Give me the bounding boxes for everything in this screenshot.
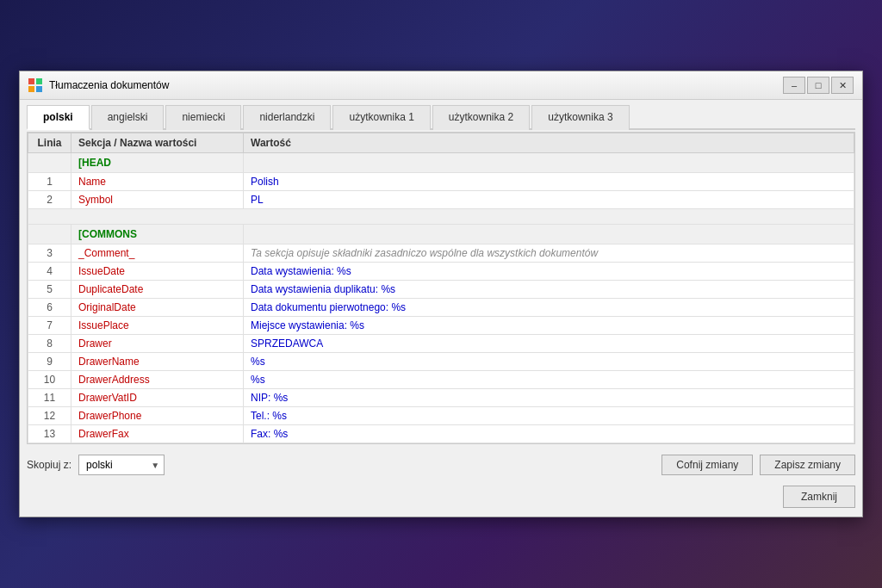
table-row: 3_Comment_Ta sekcja opisuje składniki za… — [28, 244, 854, 263]
table-row: 8DrawerSPRZEDAWCA — [28, 335, 854, 353]
title-bar: Tłumaczenia dokumentów – □ ✕ — [20, 71, 862, 100]
tab-polski[interactable]: polski — [27, 105, 90, 130]
close-button[interactable]: Zamknij — [783, 486, 855, 508]
svg-rect-2 — [28, 86, 34, 92]
title-bar-left: Tłumaczenia dokumentów — [28, 78, 169, 92]
table-scroll-area[interactable]: Linia Sekcja / Nazwa wartości Wartość [H… — [28, 133, 854, 443]
svg-rect-3 — [36, 86, 42, 92]
table-row: 2SymbolPL — [28, 191, 854, 209]
tab-uzytkownika2[interactable]: użytkownika 2 — [432, 105, 530, 130]
copy-select-wrapper: polskiangielskiniemieckiniderlandzki ▼ — [78, 455, 165, 475]
table-row: 9DrawerName%s — [28, 353, 854, 371]
table-header-row: Linia Sekcja / Nazwa wartości Wartość — [28, 133, 854, 153]
tab-niderlandzki[interactable]: niderlandzki — [243, 105, 331, 130]
window-content: polski angielski niemiecki niderlandzki … — [20, 100, 862, 479]
col-sekcja: Sekcja / Nazwa wartości — [71, 133, 244, 153]
tab-bar: polski angielski niemiecki niderlandzki … — [27, 103, 855, 130]
tab-niemiecki[interactable]: niemiecki — [165, 105, 241, 130]
svg-rect-1 — [36, 78, 42, 84]
col-wartosc: Wartość — [244, 133, 854, 153]
translations-table: Linia Sekcja / Nazwa wartości Wartość [H… — [28, 133, 854, 443]
table-row: 5DuplicateDateData wystawienia duplikatu… — [28, 281, 854, 299]
table-row: 6OriginalDateData dokumentu pierwotnego:… — [28, 299, 854, 317]
minimize-button[interactable]: – — [783, 77, 805, 94]
tab-angielski[interactable]: angielski — [91, 105, 165, 130]
main-window: Tłumaczenia dokumentów – □ ✕ polski angi… — [19, 71, 863, 517]
undo-button[interactable]: Cofnij zmiany — [662, 455, 753, 475]
data-table-container: Linia Sekcja / Nazwa wartości Wartość [H… — [27, 132, 855, 444]
table-row: 7IssuePlaceMiejsce wystawienia: %s — [28, 317, 854, 335]
copy-from-label: Skopiuj z: — [27, 459, 71, 471]
table-row: 1NamePolish — [28, 173, 854, 191]
table-row: 4IssueDateData wystawienia: %s — [28, 263, 854, 281]
copy-select[interactable]: polskiangielskiniemieckiniderlandzki — [78, 455, 165, 475]
app-icon — [28, 78, 42, 92]
table-row: 11DrawerVatIDNIP: %s — [28, 389, 854, 407]
tab-uzytkownika1[interactable]: użytkownika 1 — [332, 105, 430, 130]
maximize-button[interactable]: □ — [807, 77, 829, 94]
window-close-button[interactable]: ✕ — [831, 77, 854, 94]
table-row: [HEAD — [28, 153, 854, 173]
bottom-bar: Skopiuj z: polskiangielskiniemieckinider… — [27, 451, 855, 479]
table-row: 10DrawerAddress%s — [28, 371, 854, 389]
table-row: [COMMONS — [28, 225, 854, 244]
window-title: Tłumaczenia dokumentów — [49, 79, 169, 91]
save-button[interactable]: Zapisz zmiany — [760, 455, 855, 475]
table-row: 13DrawerFaxFax: %s — [28, 425, 854, 443]
table-row — [28, 209, 854, 225]
table-row: 12DrawerPhoneTel.: %s — [28, 407, 854, 425]
tab-uzytkownika3[interactable]: użytkownika 3 — [531, 105, 629, 130]
footer-bar: Zamknij — [20, 479, 862, 517]
svg-rect-0 — [28, 78, 34, 84]
col-linia: Linia — [28, 133, 71, 153]
title-controls: – □ ✕ — [783, 77, 854, 94]
